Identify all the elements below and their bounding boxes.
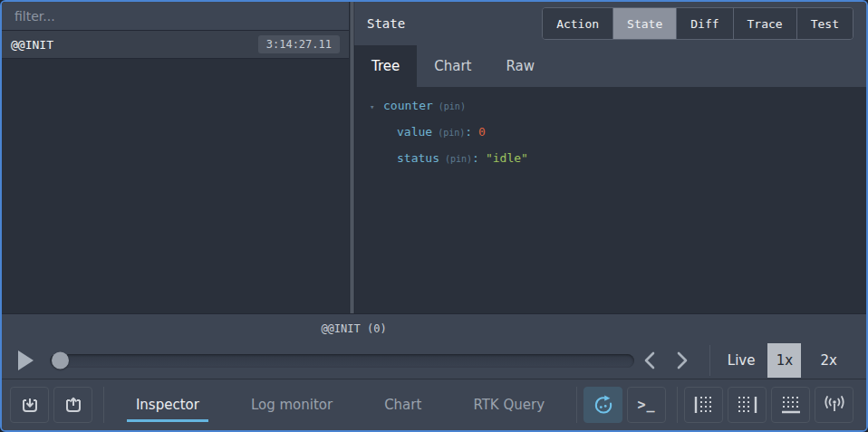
pin-label[interactable]: (pin) — [445, 152, 472, 167]
tab-state[interactable]: State — [612, 8, 676, 39]
dock-right-button[interactable] — [728, 387, 767, 423]
action-list-item[interactable]: @@INIT 3:14:27.11 — [2, 31, 349, 59]
splitter-handle-icon — [351, 2, 353, 313]
remote-antenna-icon — [823, 395, 846, 415]
tab-log-monitor[interactable]: Log monitor — [242, 388, 342, 422]
state-view-subtabs: Tree Chart Raw — [354, 45, 866, 87]
inspector-panel: State Action State Diff Trace Test Tree … — [354, 2, 866, 313]
import-button[interactable] — [10, 387, 49, 423]
remote-button[interactable] — [815, 387, 854, 423]
dock-left-icon — [693, 396, 715, 414]
tab-diff[interactable]: Diff — [676, 8, 732, 39]
dock-bottom-icon — [780, 396, 802, 414]
tree-value-string: "idle" — [486, 151, 528, 166]
tab-inspector[interactable]: Inspector — [127, 388, 208, 422]
dock-right-icon — [737, 396, 758, 414]
tab-trace[interactable]: Trace — [733, 8, 796, 39]
chevron-right-icon — [675, 351, 689, 370]
action-timestamp[interactable]: 3:14:27.11 — [258, 35, 340, 53]
redux-devtools-window: @@INIT 3:14:27.11 State Action State Dif… — [0, 0, 868, 432]
tree-key: value — [397, 125, 432, 139]
state-tree-view: ▾ counter (pin) value (pin) : 0 status (… — [354, 87, 866, 313]
action-name: @@INIT — [11, 38, 53, 52]
key-value-separator: : — [465, 125, 472, 139]
subtab-chart[interactable]: Chart — [417, 45, 488, 87]
tree-node-value[interactable]: value (pin) : 0 — [370, 125, 866, 140]
action-list-empty-area — [2, 59, 349, 313]
action-list-panel: @@INIT 3:14:27.11 — [2, 2, 349, 313]
playback-divider — [709, 345, 710, 376]
import-tray-icon — [19, 395, 41, 416]
export-button[interactable] — [53, 387, 92, 423]
tree-node-counter[interactable]: ▾ counter (pin) — [370, 99, 866, 114]
dock-left-button[interactable] — [684, 387, 723, 423]
tree-key: counter — [383, 99, 433, 113]
current-action-label: @@INIT (0) — [52, 322, 656, 335]
toolbar-divider — [576, 387, 577, 423]
timer-gauge-icon — [593, 394, 614, 416]
play-icon — [17, 350, 34, 371]
playback-bar: @@INIT (0) Live 1x — [2, 313, 866, 379]
tree-value-number: 0 — [478, 125, 486, 139]
dock-bottom-button[interactable] — [771, 387, 810, 423]
inspector-tab-group: Action State Diff Trace Test — [542, 7, 854, 40]
panel-title: State — [367, 16, 405, 31]
tab-action[interactable]: Action — [543, 8, 612, 39]
tree-node-status[interactable]: status (pin) : "idle" — [370, 151, 866, 167]
inspector-header: State Action State Diff Trace Test — [354, 2, 866, 45]
subtab-tree[interactable]: Tree — [354, 45, 417, 87]
step-back-button[interactable] — [643, 351, 657, 370]
chevron-left-icon — [643, 351, 657, 370]
monitor-tabs: Inspector Log monitor Chart RTK Query — [111, 388, 570, 422]
terminal-icon: >_ — [637, 397, 655, 413]
key-value-separator: : — [472, 151, 479, 166]
step-forward-button[interactable] — [675, 351, 689, 370]
tab-chart[interactable]: Chart — [375, 388, 430, 422]
main-area: @@INIT 3:14:27.11 State Action State Dif… — [2, 2, 866, 313]
subtab-raw[interactable]: Raw — [489, 45, 553, 87]
dispatcher-button[interactable]: >_ — [627, 387, 666, 423]
pin-label[interactable]: (pin) — [439, 100, 466, 114]
timeline-slider[interactable] — [50, 354, 634, 368]
play-button[interactable] — [17, 350, 36, 371]
tab-test[interactable]: Test — [796, 8, 853, 39]
filter-bar — [2, 2, 349, 31]
filter-input[interactable] — [13, 8, 338, 24]
speed-2x-button[interactable]: 2x — [812, 343, 845, 378]
playback-controls: Live 1x 2x — [2, 341, 866, 379]
pin-label[interactable]: (pin) — [438, 126, 465, 140]
slider-toggle-button[interactable] — [583, 387, 622, 423]
expander-arrow-icon[interactable]: ▾ — [370, 100, 383, 114]
toolbar-divider — [677, 387, 678, 423]
bottom-toolbar: Inspector Log monitor Chart RTK Query >_ — [2, 379, 866, 430]
export-tray-icon — [63, 395, 84, 416]
live-button[interactable]: Live — [728, 352, 756, 369]
toolbar-divider — [103, 387, 104, 423]
slider-thumb[interactable] — [52, 352, 69, 370]
speed-1x-button[interactable]: 1x — [767, 343, 801, 378]
tree-key: status — [397, 151, 439, 166]
tab-rtk-query[interactable]: RTK Query — [464, 388, 554, 422]
